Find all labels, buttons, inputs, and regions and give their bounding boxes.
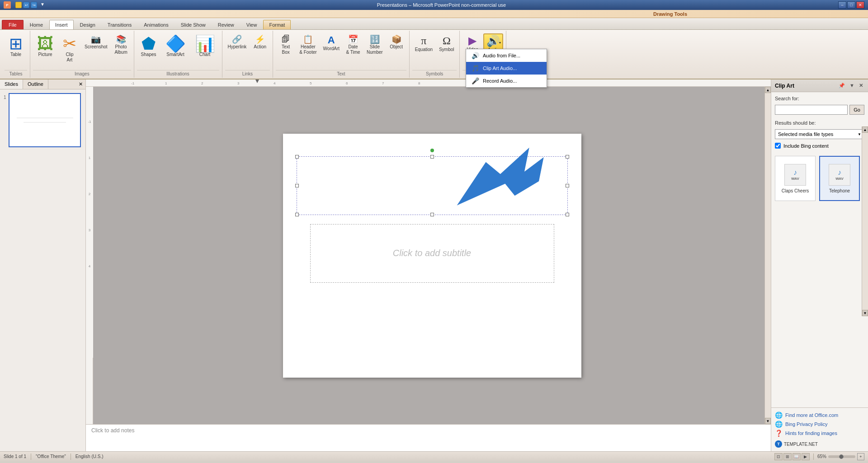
svg-text:-1: -1 [88, 120, 91, 124]
normal-view-btn[interactable]: ⊡ [774, 453, 783, 460]
clipart-scroll-down[interactable]: ▼ [862, 310, 868, 316]
textbox-button[interactable]: 🗐 TextBox [276, 33, 296, 57]
tab-view[interactable]: View [241, 20, 263, 29]
bing-privacy-link[interactable]: 🌐 Bing Privacy Policy [775, 421, 864, 428]
tab-slideshow[interactable]: Slide Show [175, 20, 212, 29]
handle-mr[interactable] [566, 184, 569, 187]
slide-workspace[interactable]: Click to add subtitle [93, 87, 771, 424]
group-illustrations: ⬟ Shapes 🔷 SmartArt 📊 Chart Illustration… [134, 31, 222, 78]
clipart-audio-item[interactable]: 🎵 Clip Art Audio... [466, 62, 547, 75]
hyperlink-button[interactable]: 🔗 Hyperlink [225, 33, 250, 51]
slide-canvas[interactable]: Click to add subtitle [283, 134, 581, 378]
close-button[interactable]: ✕ [856, 1, 864, 9]
tab-transitions[interactable]: Transitions [102, 20, 137, 29]
view-buttons: ⊡ ⊞ 📖 ▶ [774, 453, 810, 460]
chart-button[interactable]: 📊 Chart [191, 33, 219, 60]
tab-outline[interactable]: Outline [23, 80, 48, 89]
ribbon-tabs: File Home Insert Design Transitions Anim… [0, 18, 868, 30]
smartart-label: SmartArt [166, 52, 184, 57]
photoalbum-button[interactable]: 📚 PhotoAlbum [111, 33, 131, 57]
wav-label: WAV [791, 177, 799, 181]
picture-button[interactable]: 🖼 Picture [33, 33, 57, 60]
panel-close-button[interactable]: ✕ [858, 82, 864, 89]
slide-thumbnail-1[interactable] [9, 93, 81, 147]
app-logo: P [4, 1, 11, 9]
quick-access-redo[interactable]: ↪ [31, 2, 37, 8]
handle-tl[interactable] [295, 155, 299, 159]
office-link[interactable]: 🌐 Find more at Office.com [775, 412, 864, 419]
record-audio-item[interactable]: 🎤 Record Audio... [466, 75, 547, 87]
symbol-button[interactable]: Ω Symbol [436, 33, 457, 54]
smartart-button[interactable]: 🔷 SmartArt [161, 33, 190, 60]
slidenumber-button[interactable]: 🔢 SlideNumber [364, 33, 386, 57]
vertical-scrollbar[interactable]: ▲ ▼ [764, 87, 771, 424]
go-button[interactable]: Go [849, 105, 864, 115]
clipart-item-telephone[interactable]: ♪ WAV Telephone [819, 156, 860, 201]
title-textbox[interactable] [297, 156, 568, 215]
screenshot-icon: 📷 [91, 35, 101, 43]
subtitle-textbox[interactable]: Click to add subtitle [310, 224, 554, 283]
quick-access-save[interactable] [15, 2, 22, 8]
panel-expand-button[interactable]: ▼ [848, 82, 856, 89]
handle-tr[interactable] [566, 155, 569, 159]
quick-access-undo[interactable]: ↩ [23, 2, 29, 8]
maximize-button[interactable]: □ [847, 1, 855, 9]
textbox-icon: 🗐 [282, 35, 290, 43]
handle-bc[interactable] [430, 213, 434, 216]
include-bing-checkbox[interactable] [775, 143, 781, 149]
tab-home[interactable]: Home [24, 20, 49, 29]
panel-pin-button[interactable]: 📌 [837, 82, 846, 89]
scrollbar-down[interactable]: ▼ [765, 418, 771, 424]
handle-tc[interactable] [430, 155, 434, 159]
equation-button[interactable]: π Equation [412, 33, 435, 54]
tab-animations[interactable]: Animations [138, 20, 174, 29]
datetime-label: Date& Time [346, 44, 360, 55]
results-type-dropdown[interactable]: Selected media file types ▼ [775, 129, 864, 139]
quick-access-dropdown[interactable]: ▼ [40, 2, 45, 8]
screenshot-button[interactable]: 📷 Screenshot [82, 33, 110, 51]
search-input[interactable] [775, 105, 848, 115]
datetime-button[interactable]: 📅 Date& Time [343, 33, 363, 57]
scrollbar-up[interactable]: ▲ [765, 87, 771, 93]
close-slides-panel[interactable]: ✕ [76, 80, 85, 89]
subtitle-placeholder: Click to add subtitle [393, 248, 471, 258]
handle-ml[interactable] [295, 184, 299, 187]
clipart-scroll-up[interactable]: ▲ [862, 126, 868, 133]
search-for-label: Search for: [775, 96, 864, 101]
handle-bl[interactable] [295, 213, 299, 216]
reading-view-btn[interactable]: 📖 [793, 453, 801, 460]
minimize-button[interactable]: – [838, 1, 846, 9]
headerfooter-button[interactable]: 📋 Header& Footer [297, 33, 319, 57]
audio-from-file-item[interactable]: 🔊 Audio from File... [466, 49, 547, 62]
claps-cheers-label: Claps Cheers [782, 188, 809, 193]
svg-rect-11 [86, 87, 93, 358]
tab-review[interactable]: Review [212, 20, 240, 29]
tab-insert[interactable]: Insert [49, 20, 74, 29]
notes-area[interactable]: Click to add notes [86, 424, 771, 451]
wordart-button[interactable]: A WordArt [321, 33, 343, 53]
zoom-in-btn[interactable]: + [857, 453, 864, 460]
handle-br[interactable] [566, 213, 569, 216]
slideshow-btn[interactable]: ▶ [802, 453, 810, 460]
panel-controls: 📌 ▼ ✕ [837, 82, 864, 89]
action-button[interactable]: ⚡ Action [250, 33, 270, 51]
datetime-icon: 📅 [348, 35, 358, 43]
zoom-slider[interactable] [828, 455, 855, 458]
zoom-thumb[interactable] [839, 454, 844, 459]
clipart-button[interactable]: ✂ ClipArt [58, 33, 81, 65]
object-button[interactable]: 📦 Object [387, 33, 406, 51]
table-button[interactable]: ⊞ Table [5, 33, 27, 60]
shapes-button[interactable]: ⬟ Shapes [137, 33, 160, 60]
main-layout: Slides Outline ✕ 1 [0, 80, 868, 451]
slide-sorter-btn[interactable]: ⊞ [783, 453, 792, 460]
rotate-handle[interactable] [430, 149, 434, 152]
clipart-label: ClipArt [66, 52, 73, 63]
tab-slides[interactable]: Slides [0, 80, 23, 89]
hints-link[interactable]: ❓ Hints for finding images [775, 430, 864, 437]
clipart-item-claps-cheers[interactable]: ♪ WAV Claps Cheers [775, 156, 816, 201]
tab-file[interactable]: File [2, 20, 24, 29]
clipart-audio-label: Clip Art Audio... [483, 65, 517, 71]
tab-design[interactable]: Design [74, 20, 101, 29]
status-right: ⊡ ⊞ 📖 ▶ 65% + [774, 453, 864, 460]
tab-format[interactable]: Format [263, 20, 291, 29]
